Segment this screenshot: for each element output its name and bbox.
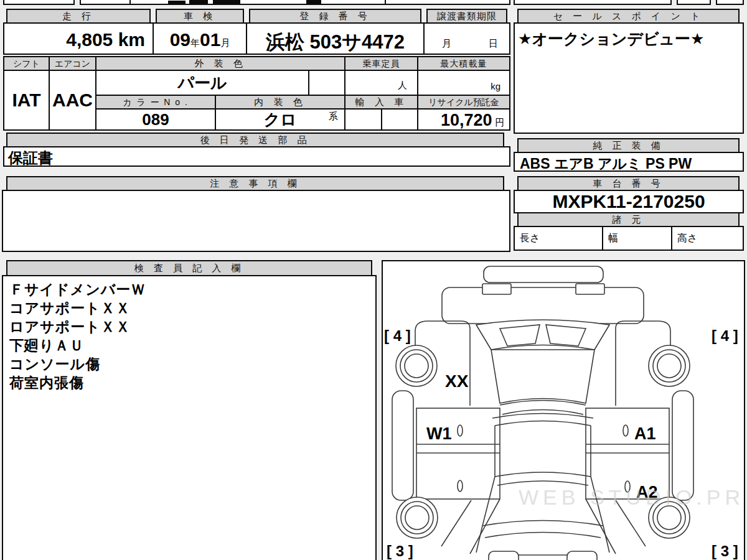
- shift-header: シフト: [3, 56, 50, 71]
- left-sill: [392, 391, 413, 500]
- inspector-note-line: コンソール傷: [9, 355, 146, 373]
- exterior-color-header: 外 装 色: [95, 56, 345, 71]
- windshield: [476, 320, 609, 350]
- registration-header: 登 録 番 号: [249, 9, 421, 24]
- spec-width-cell: 幅: [602, 226, 672, 251]
- exterior-color-empty-cell: [308, 70, 345, 96]
- spec-height-label: 高さ: [672, 233, 697, 243]
- spec-width-label: 幅: [603, 233, 618, 243]
- auction-sheet: 走 行 4,805 km 車 検 09年01月 登 録 番 号 浜松 503サ4…: [0, 0, 747, 560]
- clipped-text-fragment: [306, 0, 321, 4]
- left-headlight: [482, 284, 511, 294]
- max-load-unit: kg: [491, 81, 500, 91]
- inspector-note-line: コアサポートＸＸ: [9, 299, 146, 317]
- clipped-text-fragment: [168, 1, 186, 4]
- watermark: WEB STUDIO.PRO: [519, 485, 745, 510]
- capacity-unit: 人: [398, 80, 407, 91]
- shift-value: IAT: [12, 90, 40, 110]
- tire-grade-front-right: [ 4 ]: [712, 327, 738, 344]
- transfer-deadline-header: 譲渡書類期限: [426, 9, 507, 24]
- color-no-header: カ ラ ー N o .: [95, 95, 216, 110]
- inspection-year: 09: [170, 29, 190, 50]
- rear-deck-top: [482, 521, 603, 526]
- rear-left-pillar: [482, 477, 495, 526]
- color-no-cell: 089: [95, 108, 216, 131]
- left-doors: [416, 408, 500, 499]
- front-left-wheel: [396, 345, 437, 386]
- tire-grade-rear-left: [ 3 ]: [387, 543, 413, 559]
- inspector-note-line: ＦサイドメンバーＷ: [9, 280, 146, 299]
- inspector-note-line: 下廻りＡＵ: [9, 336, 146, 355]
- registration-value: 浜松 503サ4472: [247, 29, 423, 55]
- interior-color-cell: クロ 系: [215, 108, 345, 131]
- mileage-header: 走 行: [6, 9, 151, 24]
- right-headlight: [576, 284, 604, 294]
- chassis-number-header: 車 台 番 号: [517, 176, 740, 191]
- recycle-deposit-header: リサイクル預託金: [417, 95, 510, 110]
- import-car-cell-1: [344, 108, 382, 131]
- spec-height-cell: 高さ: [671, 226, 744, 251]
- inspector-note-line: ロアサポートＸＸ: [9, 317, 146, 336]
- right-sill: [672, 391, 693, 500]
- genuine-equipment-body: ABS エアB アルミ PS PW: [514, 152, 744, 172]
- caution-body: [2, 190, 510, 252]
- interior-color-suffix: 系: [329, 106, 338, 126]
- rear-left-wheel: [397, 497, 438, 538]
- mileage-value-cell: 4,805 km: [3, 22, 154, 55]
- day-placeholder: 日: [489, 38, 498, 50]
- clipped-text-fragment: [213, 0, 240, 4]
- max-load-header: 最大積載量: [417, 56, 510, 71]
- chassis-number-body: MXPK11-2170250: [514, 190, 744, 213]
- spec-length-cell: 長さ: [514, 226, 603, 251]
- interior-color-header: 内 装 色: [215, 95, 345, 110]
- car-diagram-box: WEB STUDIO.PRO: [382, 260, 745, 560]
- front-bumper: [484, 266, 603, 282]
- left-quarter-panel: [441, 500, 471, 546]
- car-top-view-diagram: [ 4 ] [ 4 ] [ 3 ] [ 3 ] XX W1 A1 A2: [383, 261, 745, 560]
- exterior-color-value: パール: [177, 73, 227, 92]
- color-no-value: 089: [142, 110, 169, 129]
- rear-bumper-right: [567, 551, 597, 560]
- tire-grade-front-left: [ 4 ]: [384, 327, 411, 344]
- inspection-value-cell: 09年01月: [153, 22, 247, 55]
- damage-code-xx: XX: [445, 371, 469, 391]
- front-right-wheel: [649, 345, 690, 386]
- mark-right-front-door: [623, 425, 628, 436]
- exterior-color-cell: パール: [95, 70, 309, 96]
- genuine-equipment-header: 純 正 装 備: [517, 138, 740, 153]
- inspection-header: 車 検: [156, 9, 244, 24]
- interior-color-value: クロ: [263, 110, 296, 129]
- caution-header: 注 意 事 項 欄: [6, 176, 504, 191]
- clipped-text-fragment: [189, 0, 208, 4]
- mileage-value: 4,805 km: [66, 29, 145, 50]
- roof-front-edge: [492, 414, 593, 419]
- later-shipping-header: 後 日 発 送 部 品: [6, 133, 504, 147]
- hood: [491, 350, 594, 403]
- front-panel: [442, 287, 644, 324]
- month-placeholder: 月: [442, 38, 451, 50]
- aircon-header: エアコン: [49, 56, 96, 71]
- import-car-cell-2: [381, 108, 418, 131]
- recycle-deposit-value: 10,720: [441, 111, 492, 129]
- sales-point-body: ★オークションデビュー★: [514, 22, 744, 134]
- sales-point-value: ★オークションデビュー★: [518, 29, 705, 49]
- later-shipping-value: 保証書: [8, 148, 53, 168]
- mark-left-front-door: [458, 425, 463, 436]
- damage-code-a1: A1: [634, 424, 656, 443]
- tire-grade-rear-right: [ 3 ]: [712, 543, 738, 559]
- registration-value-cell: 浜松 503サ4472: [246, 22, 425, 55]
- specs-header: 諸 元: [517, 212, 740, 227]
- inspector-notes-header: 検 査 員 記 入 欄: [6, 260, 372, 276]
- rear-bumper-left: [489, 551, 519, 560]
- capacity-cell: 人: [344, 70, 418, 96]
- damage-code-w1: W1: [426, 424, 452, 443]
- aircon-value: AAC: [52, 90, 93, 110]
- inspection-month: 01: [200, 29, 220, 50]
- mark-left-rear-door: [458, 480, 463, 492]
- rear-window-top: [495, 472, 591, 477]
- max-load-cell: kg: [417, 70, 510, 96]
- genuine-equipment-value: ABS エアB アルミ PS PW: [520, 154, 692, 174]
- inspector-notes-body: ＦサイドメンバーＷ コアサポートＸＸ ロアサポートＸＸ 下廻りＡＵ コンソール傷…: [2, 275, 377, 560]
- chassis-number-value: MXPK11-2170250: [552, 191, 705, 212]
- capacity-header: 乗車定員: [344, 56, 418, 71]
